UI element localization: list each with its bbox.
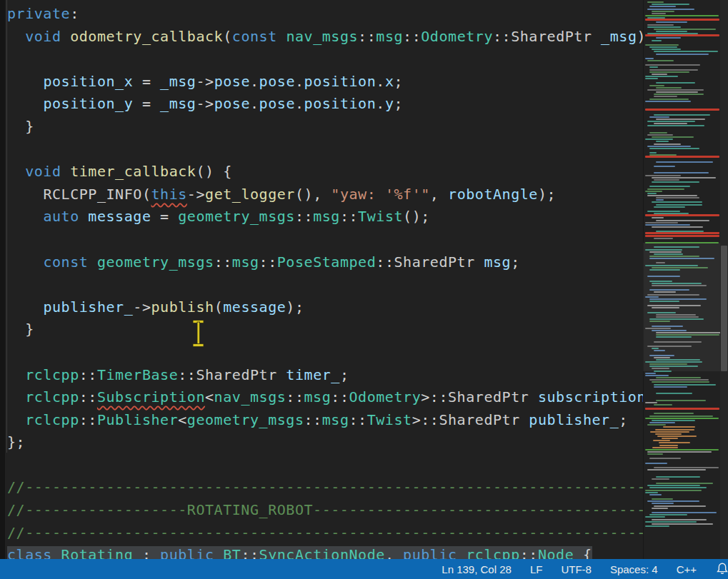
code-token: pose bbox=[259, 73, 295, 90]
minimap-line bbox=[645, 214, 719, 216]
code-token: SharedPtr bbox=[196, 366, 276, 383]
code-line[interactable]: rclcpp::Publisher<geometry_msgs::msg::Tw… bbox=[0, 409, 643, 432]
code-token: -> bbox=[196, 73, 214, 90]
minimap[interactable] bbox=[643, 0, 720, 559]
minimap-line bbox=[655, 433, 682, 435]
code-line[interactable] bbox=[0, 228, 643, 251]
minimap-line bbox=[645, 463, 667, 464]
minimap-line bbox=[654, 341, 702, 343]
code-token: y bbox=[385, 95, 394, 112]
code-line[interactable]: position_x = _msg->pose.pose.position.x; bbox=[0, 71, 643, 94]
minimap-line bbox=[652, 478, 669, 480]
code-token: . bbox=[376, 73, 385, 90]
minimap-line bbox=[656, 359, 700, 361]
scrollbar-thumb[interactable] bbox=[721, 246, 727, 371]
minimap-line bbox=[654, 172, 709, 173]
minimap-line bbox=[647, 346, 692, 347]
code-line[interactable]: rclcpp::Subscription<nav_msgs::msg::Odom… bbox=[0, 386, 643, 409]
minimap-line bbox=[656, 316, 699, 318]
code-token: SharedPtr bbox=[448, 388, 529, 406]
code-line[interactable] bbox=[0, 48, 643, 71]
code-line[interactable] bbox=[0, 454, 643, 477]
code-line[interactable]: private: bbox=[0, 3, 643, 26]
minimap-line bbox=[654, 94, 704, 95]
minimap-line bbox=[649, 152, 657, 153]
minimap-line bbox=[645, 296, 659, 298]
status-indentation[interactable]: Spaces: 4 bbox=[610, 563, 658, 575]
minimap-line bbox=[645, 139, 673, 140]
minimap-line bbox=[652, 519, 707, 520]
minimap-line bbox=[652, 181, 699, 183]
minimap-line bbox=[645, 44, 679, 46]
minimap-line bbox=[645, 109, 719, 111]
code-line[interactable]: rclcpp::TimerBase::SharedPtr timer_; bbox=[0, 364, 643, 387]
code-token: subscription_ bbox=[538, 388, 643, 406]
code-token: Odometry bbox=[349, 388, 422, 406]
notifications-bell-icon[interactable] bbox=[715, 562, 728, 576]
minimap-line bbox=[654, 29, 716, 30]
minimap-line bbox=[652, 201, 702, 203]
code-line[interactable] bbox=[0, 139, 643, 161]
minimap-line bbox=[649, 46, 677, 48]
code-line[interactable]: class Rotating : public BT::SyncActionNo… bbox=[0, 544, 643, 559]
code-line[interactable] bbox=[0, 273, 643, 296]
code-token: const bbox=[232, 28, 277, 45]
code-line[interactable]: void odometry_callback(const nav_msgs::m… bbox=[0, 26, 643, 49]
minimap-line bbox=[654, 386, 687, 388]
status-language[interactable]: C++ bbox=[677, 563, 697, 575]
minimap-line bbox=[649, 132, 667, 134]
code-token bbox=[7, 366, 25, 383]
minimap-line bbox=[647, 195, 697, 196]
code-line[interactable]: auto message = geometry_msgs::msg::Twist… bbox=[0, 206, 643, 228]
code-token: }; bbox=[7, 433, 25, 450]
minimap-line bbox=[656, 37, 681, 39]
minimap-line bbox=[652, 136, 694, 138]
minimap-line bbox=[645, 58, 654, 59]
scrollbar-track[interactable] bbox=[720, 0, 728, 559]
code-line[interactable]: } bbox=[0, 318, 643, 341]
code-line[interactable]: RCLCPP_INFO(this->get_logger(), "yaw: '%… bbox=[0, 183, 643, 206]
code-line[interactable]: const geometry_msgs::msg::PoseStamped::S… bbox=[0, 251, 643, 274]
code-token bbox=[7, 95, 43, 112]
status-eol[interactable]: LF bbox=[530, 563, 543, 575]
minimap-line bbox=[649, 116, 669, 118]
minimap-line bbox=[652, 348, 659, 349]
minimap-line bbox=[650, 431, 689, 433]
code-line[interactable]: //------------------ROTATING_ROBOT------… bbox=[0, 499, 643, 522]
code-token: //--------------------------------------… bbox=[7, 478, 643, 495]
code-line[interactable]: void timer_callback() { bbox=[0, 161, 643, 183]
minimap-line bbox=[654, 505, 706, 507]
status-encoding[interactable]: UTF-8 bbox=[561, 563, 592, 575]
code-editor[interactable]: private: void odometry_callback(const na… bbox=[0, 0, 643, 559]
minimap-line bbox=[652, 49, 681, 50]
minimap-line bbox=[647, 451, 712, 453]
minimap-line bbox=[647, 305, 701, 306]
code-line[interactable] bbox=[0, 341, 643, 364]
code-line[interactable]: position_y = _msg->pose.pose.position.y; bbox=[0, 93, 643, 116]
code-token: nav_msgs bbox=[286, 28, 358, 45]
code-line[interactable]: //--------------------------------------… bbox=[0, 476, 643, 499]
minimap-line bbox=[649, 281, 672, 282]
code-token: . bbox=[250, 95, 259, 112]
code-line[interactable]: publisher_->publish(message); bbox=[0, 296, 643, 319]
minimap-line bbox=[647, 276, 680, 277]
minimap-line bbox=[652, 217, 664, 218]
minimap-line bbox=[647, 125, 704, 126]
code-line[interactable]: } bbox=[0, 116, 643, 139]
minimap-line bbox=[654, 51, 718, 52]
minimap-line bbox=[645, 175, 681, 176]
minimap-line bbox=[656, 21, 687, 23]
code-token: . bbox=[376, 95, 385, 112]
minimap-line bbox=[656, 393, 692, 394]
minimap-line bbox=[654, 246, 699, 248]
code-token: publisher_ bbox=[529, 411, 619, 428]
minimap-line bbox=[647, 146, 691, 147]
code-token: get_logger bbox=[205, 186, 295, 203]
code-token: :: bbox=[79, 388, 97, 406]
vscode-window: private: void odometry_callback(const na… bbox=[0, 0, 728, 579]
status-line-col[interactable]: Ln 139, Col 28 bbox=[442, 563, 512, 575]
code-token: position bbox=[304, 95, 377, 112]
code-line[interactable]: //--------------------------------------… bbox=[0, 522, 643, 545]
minimap-line bbox=[656, 334, 719, 336]
code-line[interactable]: }; bbox=[0, 431, 643, 454]
